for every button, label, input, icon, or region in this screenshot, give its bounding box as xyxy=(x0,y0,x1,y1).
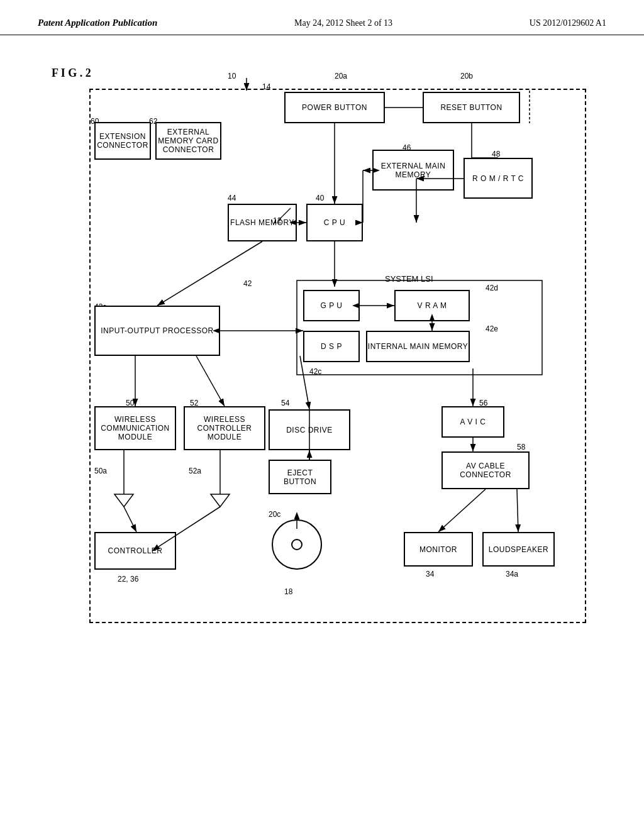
wireless-ctrl-box: WIRELESS CONTROLLER MODULE xyxy=(184,406,265,450)
wireless-comm-box: WIRELESS COMMUNICATION MODULE xyxy=(94,406,176,450)
controller-box: CONTROLLER xyxy=(94,532,176,570)
av-ic-box: A V I C xyxy=(441,406,504,438)
header-publication: Patent Application Publication xyxy=(38,18,157,28)
ref-58: 58 xyxy=(517,443,525,451)
ref-42c: 42c xyxy=(309,367,321,376)
ref-40: 40 xyxy=(316,194,324,202)
iop-box: INPUT-OUTPUT PROCESSOR xyxy=(94,306,220,356)
system-lsi-label: SYSTEM LSI xyxy=(385,274,433,284)
fig-label: F I G . 2 xyxy=(52,67,91,80)
ref-42e: 42e xyxy=(486,324,498,333)
eject-button-box: EJECT BUTTON xyxy=(269,460,331,494)
ref-54: 54 xyxy=(281,399,289,407)
flash-memory-box: FLASH MEMORY xyxy=(228,204,297,241)
ref-42d: 42d xyxy=(486,284,498,292)
ref-34a: 34a xyxy=(506,570,518,578)
gpu-box: G P U xyxy=(303,290,360,321)
disc-graphic xyxy=(272,519,322,570)
av-cable-box: AV CABLE CONNECTOR xyxy=(441,451,530,489)
reset-button-box: RESET BUTTON xyxy=(423,92,520,123)
header-patent-number: US 2012/0129602 A1 xyxy=(530,18,606,28)
loudspeaker-box: LOUDSPEAKER xyxy=(482,532,555,567)
diagram-area: F I G . 2 10 14 20a 20b POWER BUTTON RES… xyxy=(52,54,592,765)
ref-50a: 50a xyxy=(94,467,107,475)
ref-18: 18 xyxy=(284,587,292,596)
power-button-box: POWER BUTTON xyxy=(284,92,385,123)
ref-20a: 20a xyxy=(335,72,347,80)
ref-12: 12 xyxy=(273,216,281,225)
ref-20b: 20b xyxy=(460,72,473,80)
ref-10: 10 xyxy=(228,72,236,80)
ref-34: 34 xyxy=(426,570,434,578)
monitor-box: MONITOR xyxy=(404,532,473,567)
ref-44: 44 xyxy=(228,194,236,202)
ref-20c: 20c xyxy=(269,510,280,519)
external-memory-card-box: EXTERNAL MEMORY CARD CONNECTOR xyxy=(155,122,221,160)
ref-52a: 52a xyxy=(189,467,201,475)
header-date-sheet: May 24, 2012 Sheet 2 of 13 xyxy=(294,18,392,28)
dsp-box: D S P xyxy=(303,331,360,362)
vram-box: V R A M xyxy=(394,290,470,321)
internal-main-memory-box: INTERNAL MAIN MEMORY xyxy=(366,331,470,362)
external-main-memory-box: EXTERNAL MAIN MEMORY xyxy=(372,150,454,191)
cpu-box: C P U xyxy=(306,204,363,241)
ref-42: 42 xyxy=(243,279,252,288)
extension-connector-box: EXTENSION CONNECTOR xyxy=(94,122,151,160)
ref-48: 48 xyxy=(492,150,500,158)
ref-22-36: 22, 36 xyxy=(118,575,138,584)
rom-rtc-box: R O M / R T C xyxy=(464,158,533,199)
page-header: Patent Application Publication May 24, 2… xyxy=(0,0,644,35)
disc-drive-box: DISC DRIVE xyxy=(269,409,350,450)
